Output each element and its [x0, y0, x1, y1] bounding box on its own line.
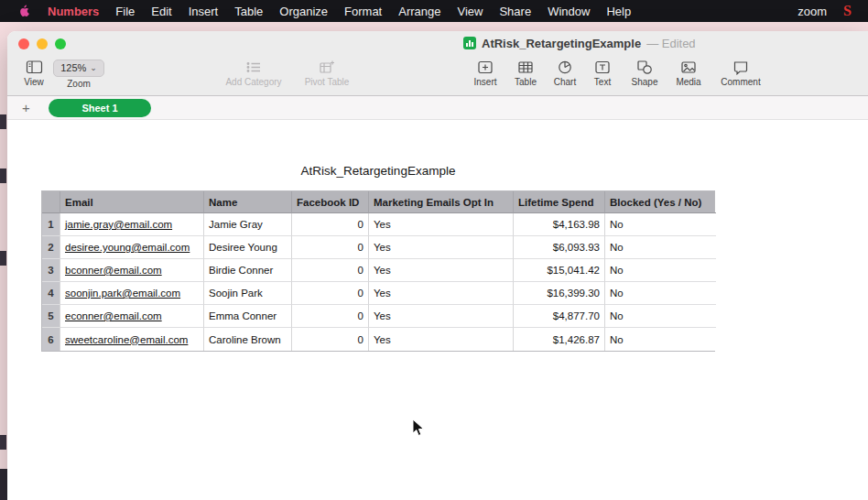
- email-link[interactable]: bconner@email.com: [65, 265, 162, 276]
- menu-help[interactable]: Help: [598, 5, 639, 18]
- cell-facebook-id[interactable]: 0: [292, 236, 369, 259]
- comment-button[interactable]: Comment: [715, 60, 766, 87]
- text-label: Text: [594, 77, 611, 87]
- shape-button[interactable]: Shape: [624, 60, 665, 87]
- cell-opt-in[interactable]: Yes: [369, 305, 514, 328]
- cell-opt-in[interactable]: Yes: [369, 259, 514, 282]
- cell-opt-in[interactable]: Yes: [369, 236, 514, 259]
- comment-icon: [732, 60, 749, 75]
- cell-opt-in[interactable]: Yes: [369, 213, 514, 236]
- desktop-artifact: [0, 168, 6, 183]
- cell-blocked[interactable]: No: [605, 236, 716, 259]
- row-number[interactable]: 4: [42, 282, 60, 305]
- numbers-window: AtRisk_RetargetingExample — Edited View …: [7, 31, 868, 500]
- pivot-table-button[interactable]: Pivot Table: [295, 60, 359, 87]
- status-app-s-icon[interactable]: S: [843, 3, 852, 19]
- table-row: 2 desiree.young@email.com Desiree Young …: [42, 236, 714, 259]
- menu-edit[interactable]: Edit: [143, 5, 179, 18]
- email-link[interactable]: econner@email.com: [65, 310, 162, 321]
- cell-name[interactable]: Soojin Park: [204, 282, 292, 305]
- text-button[interactable]: Text: [584, 60, 621, 87]
- cell-blocked[interactable]: No: [605, 259, 716, 282]
- row-number[interactable]: 1: [42, 213, 60, 236]
- col-header-lifetime-spend[interactable]: Lifetime Spend: [514, 191, 605, 213]
- menu-share[interactable]: Share: [491, 5, 539, 18]
- email-link[interactable]: sweetcaroline@email.com: [65, 334, 188, 345]
- menubar-zoom-item[interactable]: zoom: [797, 5, 827, 18]
- menu-organize[interactable]: Organize: [271, 5, 336, 18]
- view-button[interactable]: View: [16, 60, 51, 87]
- minimize-window-button[interactable]: [37, 38, 48, 49]
- table-caption[interactable]: AtRisk_RetargetingExample: [41, 164, 715, 178]
- tab-sheet-1[interactable]: Sheet 1: [49, 99, 151, 117]
- col-header-name[interactable]: Name: [204, 191, 292, 213]
- cell-lifetime-spend[interactable]: $1,426.87: [514, 328, 605, 351]
- cell-lifetime-spend[interactable]: $16,399.30: [514, 282, 605, 305]
- col-header-opt-in[interactable]: Marketing Emails Opt In: [369, 191, 514, 213]
- pivot-table-label: Pivot Table: [305, 77, 350, 87]
- cell-lifetime-spend[interactable]: $6,093.93: [514, 236, 605, 259]
- cell-lifetime-spend[interactable]: $4,163.98: [514, 213, 605, 236]
- cell-blocked[interactable]: No: [605, 213, 716, 236]
- menu-format[interactable]: Format: [336, 5, 390, 18]
- cell-facebook-id[interactable]: 0: [292, 282, 369, 305]
- table-row: 6 sweetcaroline@email.com Caroline Brown…: [42, 328, 714, 351]
- chart-button[interactable]: Chart: [547, 60, 583, 87]
- col-header-facebook-id[interactable]: Facebook ID: [292, 191, 369, 213]
- zoom-window-button[interactable]: [55, 38, 66, 49]
- cell-name[interactable]: Caroline Brown: [204, 328, 292, 351]
- menu-table[interactable]: Table: [226, 5, 271, 18]
- cell-name[interactable]: Emma Conner: [204, 305, 292, 328]
- cell-facebook-id[interactable]: 0: [292, 305, 369, 328]
- cell-email[interactable]: soonjin.park@email.com: [60, 282, 204, 305]
- chevron-down-icon: ⌄: [90, 62, 97, 74]
- row-number[interactable]: 3: [42, 259, 60, 282]
- cell-email[interactable]: jamie.gray@email.com: [60, 213, 204, 236]
- menu-insert[interactable]: Insert: [180, 5, 227, 18]
- menu-app-name[interactable]: Numbers: [39, 5, 107, 18]
- email-link[interactable]: soonjin.park@email.com: [65, 288, 180, 299]
- add-sheet-button[interactable]: +: [22, 100, 30, 116]
- row-number[interactable]: 5: [42, 305, 60, 328]
- cell-email[interactable]: bconner@email.com: [60, 259, 204, 282]
- cell-blocked[interactable]: No: [605, 282, 716, 305]
- table-row: 3 bconner@email.com Birdie Conner 0 Yes …: [42, 259, 714, 282]
- table-row: 1 jamie.gray@email.com Jamie Gray 0 Yes …: [42, 213, 714, 236]
- cell-email[interactable]: desiree.young@email.com: [60, 236, 204, 259]
- chart-label: Chart: [554, 77, 576, 87]
- cell-name[interactable]: Desiree Young: [204, 236, 292, 259]
- close-window-button[interactable]: [18, 38, 29, 49]
- cell-name[interactable]: Jamie Gray: [204, 213, 292, 236]
- insert-button[interactable]: Insert: [465, 60, 505, 87]
- cell-blocked[interactable]: No: [605, 305, 716, 328]
- cell-lifetime-spend[interactable]: $4,877.70: [514, 305, 605, 328]
- menu-window[interactable]: Window: [539, 5, 598, 18]
- email-link[interactable]: jamie.gray@email.com: [65, 219, 172, 230]
- cell-email[interactable]: econner@email.com: [60, 305, 204, 328]
- cell-opt-in[interactable]: Yes: [369, 328, 514, 351]
- email-link[interactable]: desiree.young@email.com: [65, 242, 190, 253]
- data-table: Email Name Facebook ID Marketing Emails …: [41, 190, 715, 352]
- table-button[interactable]: Table: [505, 60, 546, 87]
- menu-view[interactable]: View: [449, 5, 491, 18]
- apple-menu[interactable]: [11, 5, 39, 18]
- col-header-blocked[interactable]: Blocked (Yes / No): [605, 191, 716, 213]
- cell-facebook-id[interactable]: 0: [292, 328, 369, 351]
- row-number[interactable]: 6: [42, 328, 60, 351]
- media-button[interactable]: Media: [668, 60, 709, 87]
- col-header-email[interactable]: Email: [60, 191, 204, 213]
- row-number[interactable]: 2: [42, 236, 60, 259]
- cell-opt-in[interactable]: Yes: [369, 282, 514, 305]
- cell-name[interactable]: Birdie Conner: [204, 259, 292, 282]
- cell-lifetime-spend[interactable]: $15,041.42: [514, 259, 605, 282]
- table-row: 4 soonjin.park@email.com Soojin Park 0 Y…: [42, 282, 714, 305]
- cell-facebook-id[interactable]: 0: [292, 213, 369, 236]
- menu-file[interactable]: File: [107, 5, 143, 18]
- zoom-dropdown[interactable]: 125% ⌄: [53, 60, 104, 77]
- cell-facebook-id[interactable]: 0: [292, 259, 369, 282]
- cell-blocked[interactable]: No: [605, 328, 716, 351]
- add-category-button[interactable]: Add Category: [217, 60, 290, 87]
- menu-arrange[interactable]: Arrange: [390, 5, 449, 18]
- corner-cell[interactable]: [42, 191, 60, 213]
- cell-email[interactable]: sweetcaroline@email.com: [60, 328, 204, 351]
